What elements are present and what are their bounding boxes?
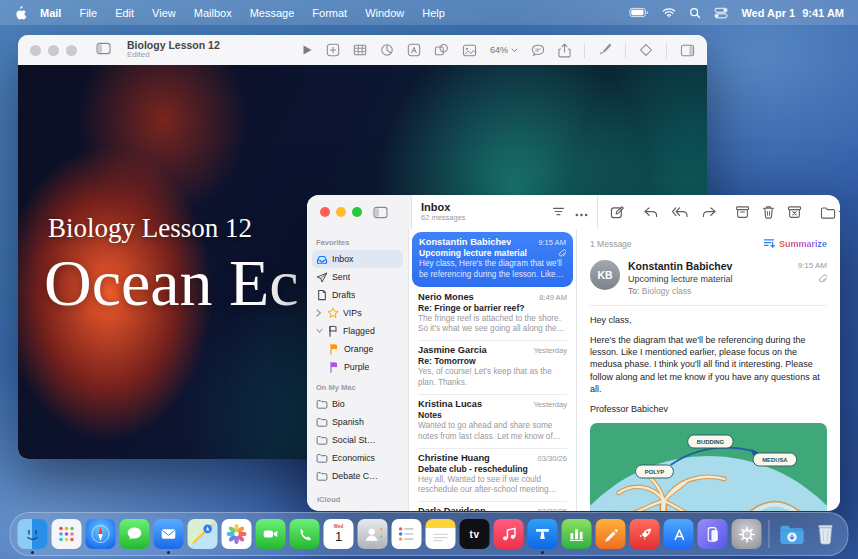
dock-settings-icon[interactable] [732,519,762,549]
chevron-down-icon[interactable] [316,328,323,334]
dock-calendar-icon[interactable]: Wed1 [324,519,354,549]
dock-contacts-icon[interactable] [358,519,388,549]
mail-titlebar-controls[interactable] [307,195,412,229]
add-slide-button[interactable] [326,43,340,57]
sidebar-icloud-label[interactable]: iCloud [317,495,340,504]
trash-button[interactable] [762,205,775,219]
sidebar-item-drafts[interactable]: Drafts [312,286,403,304]
zoom-button[interactable] [352,207,362,217]
sidebar-item-sent[interactable]: Sent [312,268,403,286]
message-row[interactable]: Kristina LucasYesterdayNotesWanted to go… [409,394,576,448]
filter-button[interactable] [552,203,565,221]
animate-button[interactable] [639,43,653,57]
control-center-icon[interactable] [714,7,728,19]
sidebar-item-vips[interactable]: VIPs [312,304,403,322]
sidebar-item-social-st-[interactable]: Social St… [312,431,403,449]
dock-music-icon[interactable] [494,519,524,549]
dock-tv-icon[interactable]: tv [460,519,490,549]
dock-launchpad-icon[interactable] [52,519,82,549]
format-brush-button[interactable] [598,43,612,57]
sidebar-item-bio[interactable]: Bio [312,395,403,413]
reply-all-button[interactable] [671,206,689,219]
archive-button[interactable] [735,205,750,219]
close-button[interactable] [320,207,330,217]
dock-pages-icon[interactable] [596,519,626,549]
chevron-right-icon[interactable] [316,309,323,317]
apple-menu-icon[interactable] [14,5,27,20]
recipient-name[interactable]: Biology class [642,286,692,296]
share-button[interactable] [558,43,571,58]
forward-button[interactable] [701,206,717,219]
menu-item-format[interactable]: Format [303,7,356,19]
dock-numbers-icon[interactable] [562,519,592,549]
zoom-control[interactable]: 64% [490,45,518,55]
spotlight-icon[interactable] [689,7,701,19]
dock-messages-icon[interactable] [120,519,150,549]
minimize-button[interactable] [336,207,346,217]
menu-item-file[interactable]: File [70,7,106,19]
dock-mail-icon[interactable] [154,519,184,549]
dock-finder-icon[interactable] [18,519,48,549]
message-row[interactable]: Darla Davidson03/30/26Tomorrow's classAs… [409,501,576,511]
dock-keynote-icon[interactable] [528,519,558,549]
close-button[interactable] [30,45,41,56]
message-row[interactable]: Jasmine GarciaYesterdayRe: TomorrowYes, … [409,340,576,394]
dock-phone-icon[interactable] [290,519,320,549]
minimize-button[interactable] [48,45,59,56]
dock-reminders-icon[interactable] [392,519,422,549]
dock-facetime-icon[interactable] [256,519,286,549]
menu-item-window[interactable]: Window [356,7,413,19]
more-button[interactable] [575,203,588,221]
menu-item-help[interactable]: Help [413,7,454,19]
divider [418,501,567,502]
dock-notes-icon[interactable] [426,519,456,549]
dock-downloads-icon[interactable] [777,519,807,549]
compose-button[interactable] [610,205,625,220]
chart-button[interactable] [380,43,394,57]
menu-item-edit[interactable]: Edit [106,7,143,19]
sidebar-item-flagged[interactable]: Flagged [312,322,403,340]
shape-button[interactable] [434,43,449,57]
message-row[interactable]: Konstantin Babichev9:15 AMUpcoming lectu… [412,232,573,287]
dock-iphone-mirroring-icon[interactable] [698,519,728,549]
sidebar-item-purple[interactable]: Purple [312,358,403,376]
text-button[interactable] [407,43,421,57]
menubar-time: 9:41 AM [802,7,844,19]
sidebar-item-label: Inbox [332,254,354,264]
sidebar-item-orange[interactable]: Orange [312,340,403,358]
sidebar-item-spanish[interactable]: Spanish [312,413,403,431]
document-button[interactable] [680,44,695,57]
play-button[interactable] [301,44,313,56]
sidebar-item-debate-c-[interactable]: Debate C… [312,467,403,485]
message-row[interactable]: Nerio Mones8:49 AMRe: Fringe or barrier … [409,287,576,341]
sidebar-item-inbox[interactable]: Inbox [312,250,403,268]
comment-button[interactable] [531,44,545,57]
menu-item-message[interactable]: Message [241,7,304,19]
dock-rocket-icon[interactable] [630,519,660,549]
move-to-folder-button[interactable] [820,206,840,219]
media-button[interactable] [462,44,477,57]
sidebar-item-economics[interactable]: Economics [312,449,403,467]
junk-button[interactable] [787,205,802,219]
dock-maps-icon[interactable] [188,519,218,549]
table-button[interactable] [353,43,367,57]
dock-photos-icon[interactable] [222,519,252,549]
menu-item-view[interactable]: View [143,7,185,19]
message-row[interactable]: Christine Huang03/30/26Debate club - res… [409,448,576,502]
menu-item-mail[interactable]: Mail [31,7,70,19]
reply-button[interactable] [643,206,659,219]
sidebar-toggle-icon[interactable] [373,206,388,219]
dock-app-store-icon[interactable] [664,519,694,549]
dock-trash-icon[interactable] [811,519,841,549]
summarize-button[interactable]: Summarize [763,238,827,249]
sidebar-toggle-icon[interactable] [96,41,111,59]
dock-safari-icon[interactable] [86,519,116,549]
menu-item-mailbox[interactable]: Mailbox [185,7,241,19]
zoom-button[interactable] [66,45,77,56]
keynote-titlebar[interactable]: Biology Lesson 12 Edited 64% [18,35,707,66]
wifi-icon[interactable] [662,7,676,18]
divider [418,394,567,395]
battery-icon[interactable] [629,6,649,19]
menubar-date[interactable]: Wed Apr 1 [741,7,795,19]
avatar: KB [590,260,620,290]
